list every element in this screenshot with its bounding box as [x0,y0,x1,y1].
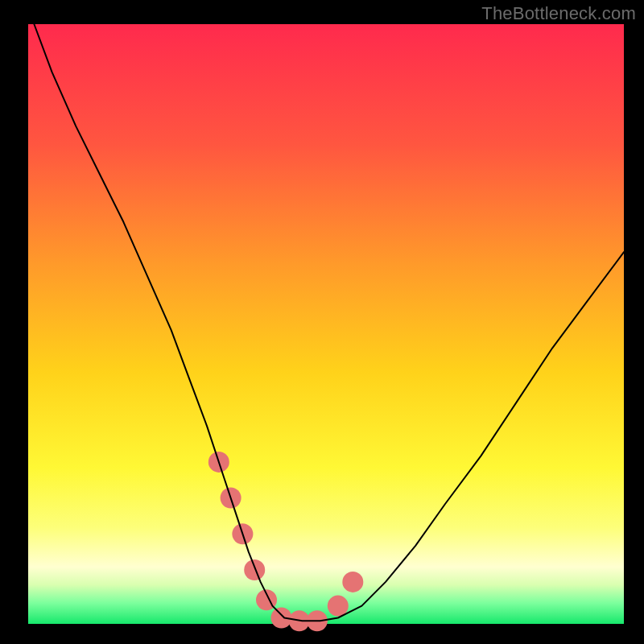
chart-frame: TheBottleneck.com [0,0,644,644]
highlight-marker [342,572,363,592]
bottleneck-chart [0,0,644,644]
highlight-marker [244,559,265,580]
watermark-text: TheBottleneck.com [481,3,636,24]
highlight-marker [328,596,349,617]
plot-background [28,24,624,624]
